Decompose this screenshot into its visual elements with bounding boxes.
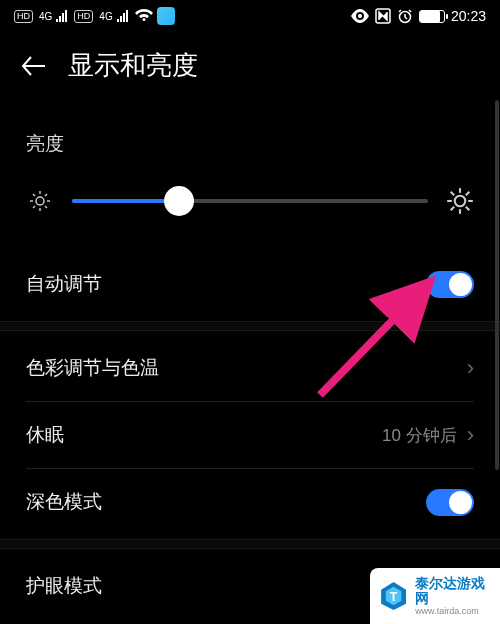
page-title: 显示和亮度	[68, 48, 198, 83]
svg-line-17	[466, 207, 470, 211]
content-area: 亮度 自动调节 色彩调节与色温 › 休眠 10 分钟后 › 深色模式	[0, 131, 500, 619]
signal-bars-icon	[56, 10, 70, 22]
back-button[interactable]	[20, 52, 48, 80]
color-temp-label: 色彩调节与色温	[26, 355, 159, 381]
status-bar: HD 4G HD 4G 20:23	[0, 0, 500, 32]
clock-time: 20:23	[451, 8, 486, 24]
watermark-logo-icon: T	[378, 579, 409, 613]
slider-thumb[interactable]	[164, 186, 194, 216]
watermark-url: www.tairda.com	[415, 606, 492, 616]
watermark: T 泰尔达游戏网 www.tairda.com	[370, 568, 500, 624]
svg-line-10	[45, 194, 47, 196]
dark-mode-toggle[interactable]	[426, 489, 474, 516]
svg-text:T: T	[390, 590, 398, 604]
hd-badge-1: HD	[14, 10, 33, 23]
wifi-icon	[135, 9, 153, 23]
sleep-row[interactable]: 休眠 10 分钟后 ›	[26, 402, 474, 468]
app-indicator-icon	[157, 7, 175, 25]
svg-line-16	[451, 192, 455, 196]
hd-badge-2: HD	[74, 10, 93, 23]
section-divider	[0, 539, 500, 549]
watermark-title: 泰尔达游戏网	[415, 576, 492, 607]
color-temp-row[interactable]: 色彩调节与色温 ›	[26, 335, 474, 401]
signal-1-label: 4G	[39, 11, 52, 22]
brightness-slider[interactable]	[72, 199, 428, 203]
section-divider	[0, 321, 500, 331]
auto-adjust-row[interactable]: 自动调节	[26, 251, 474, 317]
svg-line-9	[33, 206, 35, 208]
brightness-slider-row	[26, 187, 474, 215]
nfc-icon	[375, 8, 391, 24]
svg-line-18	[451, 207, 455, 211]
status-right: 20:23	[351, 8, 486, 24]
dark-mode-label: 深色模式	[26, 489, 102, 515]
brightness-high-icon	[446, 187, 474, 215]
alarm-icon	[397, 8, 413, 24]
brightness-low-icon	[26, 187, 54, 215]
slider-fill	[72, 199, 179, 203]
svg-point-2	[36, 197, 44, 205]
eye-care-status-icon	[351, 9, 369, 23]
signal-bars-icon-2	[117, 10, 131, 22]
auto-adjust-label: 自动调节	[26, 271, 102, 297]
arrow-left-icon	[21, 53, 47, 79]
brightness-label: 亮度	[26, 131, 474, 157]
status-left: HD 4G HD 4G	[14, 7, 175, 25]
svg-point-11	[455, 196, 466, 207]
chevron-right-icon: ›	[467, 422, 474, 448]
sleep-value: 10 分钟后	[382, 424, 457, 447]
sleep-label: 休眠	[26, 422, 64, 448]
eye-comfort-label: 护眼模式	[26, 573, 102, 599]
chevron-right-icon: ›	[467, 355, 474, 381]
page-header: 显示和亮度	[0, 32, 500, 103]
battery-icon	[419, 10, 445, 23]
auto-adjust-toggle[interactable]	[426, 271, 474, 298]
scrollbar[interactable]	[495, 100, 499, 470]
svg-line-7	[33, 194, 35, 196]
svg-line-8	[45, 206, 47, 208]
dark-mode-row[interactable]: 深色模式	[26, 469, 474, 535]
svg-line-19	[466, 192, 470, 196]
signal-2-label: 4G	[99, 11, 112, 22]
